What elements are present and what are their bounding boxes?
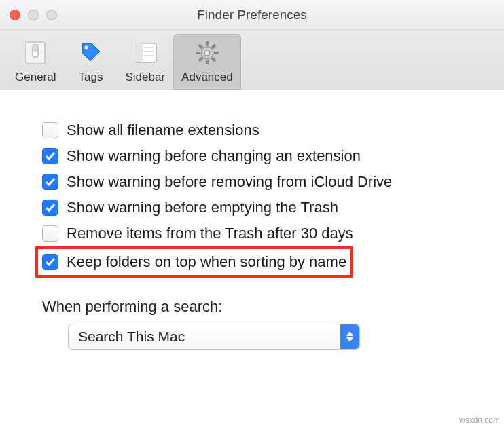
checkbox-warn-extension[interactable]	[42, 148, 58, 164]
option-show-extensions-label: Show all filename extensions	[67, 122, 259, 139]
titlebar: Finder Preferences	[0, 0, 504, 30]
checkbox-folders-on-top[interactable]	[42, 254, 58, 270]
svg-rect-5	[134, 43, 143, 62]
gear-icon	[192, 38, 222, 68]
zoom-button[interactable]	[46, 10, 57, 20]
close-button[interactable]	[10, 10, 20, 20]
svg-marker-20	[346, 337, 353, 341]
stepper-arrows-icon	[340, 324, 359, 349]
checkbox-show-extensions[interactable]	[42, 122, 58, 138]
option-warn-extension: Show warning before changing an extensio…	[42, 143, 477, 169]
svg-point-10	[204, 50, 210, 56]
search-section-label: When performing a search:	[42, 298, 477, 316]
option-warn-icloud: Show warning before removing from iCloud…	[42, 169, 477, 195]
window-title: Finder Preferences	[197, 7, 307, 22]
tab-general-label: General	[15, 71, 56, 84]
tab-sidebar-label: Sidebar	[125, 71, 165, 84]
tab-advanced-label: Advanced	[181, 71, 233, 84]
checkbox-warn-icloud[interactable]	[42, 174, 58, 190]
option-warn-trash-label: Show warning before emptying the Trash	[67, 199, 338, 217]
option-folders-on-top: Keep folders on top when sorting by name	[42, 252, 346, 272]
checkbox-remove-30-days[interactable]	[42, 225, 58, 242]
preferences-toolbar: General Tags Sidebar Advanced	[0, 30, 504, 90]
sidebar-icon	[130, 38, 160, 68]
svg-marker-19	[346, 332, 353, 336]
svg-line-16	[212, 58, 215, 61]
option-remove-30-days: Remove items from the Trash after 30 day…	[42, 221, 477, 246]
tab-sidebar[interactable]: Sidebar	[117, 34, 173, 90]
option-remove-30-days-label: Remove items from the Trash after 30 day…	[67, 225, 353, 242]
watermark: wsxdn.com	[459, 415, 500, 425]
option-show-extensions: Show all filename extensions	[42, 117, 477, 143]
checkbox-warn-trash[interactable]	[42, 200, 58, 216]
minimize-button[interactable]	[28, 10, 39, 20]
svg-rect-2	[33, 45, 37, 52]
svg-line-18	[212, 45, 215, 48]
search-scope-value: Search This Mac	[78, 329, 185, 345]
svg-point-3	[85, 46, 88, 50]
option-warn-trash: Show warning before emptying the Trash	[42, 195, 477, 221]
tab-tags-label: Tags	[79, 71, 103, 84]
tab-general[interactable]: General	[7, 34, 64, 90]
highlighted-option: Keep folders on top when sorting by name	[35, 246, 353, 278]
tab-advanced[interactable]: Advanced	[173, 34, 241, 90]
tag-icon	[75, 38, 105, 68]
search-scope-select[interactable]: Search This Mac	[68, 324, 360, 350]
content-pane: Show all filename extensions Show warnin…	[0, 90, 504, 363]
option-warn-extension-label: Show warning before changing an extensio…	[67, 147, 361, 165]
switch-icon	[20, 38, 50, 68]
option-folders-on-top-label: Keep folders on top when sorting by name	[67, 253, 346, 271]
traffic-lights	[10, 10, 57, 20]
svg-line-17	[199, 58, 202, 61]
svg-line-15	[199, 45, 202, 48]
option-warn-icloud-label: Show warning before removing from iCloud…	[67, 173, 392, 191]
tab-tags[interactable]: Tags	[64, 34, 117, 90]
